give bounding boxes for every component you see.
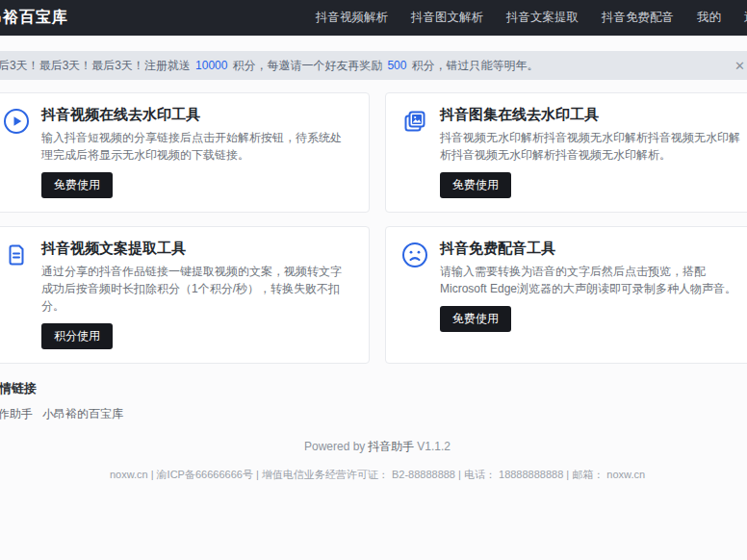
nav-item-text-extract[interactable]: 抖音文案提取	[506, 10, 579, 26]
card-description: 通过分享的抖音作品链接一键提取视频的文案，视频转文字成功后按音频时长扣除积分（1…	[41, 263, 351, 315]
friend-link-treasure-box[interactable]: 小昂裕的百宝库	[42, 406, 123, 422]
promo-points-10000: 10000	[195, 59, 227, 72]
free-use-button[interactable]: 免费使用	[41, 172, 113, 198]
card-video-watermark: 抖音视频在线去水印工具 输入抖音短视频的分享链接后点击开始解析按钮，待系统处理完…	[0, 92, 370, 213]
card-text-extract: 抖音视频文案提取工具 通过分享的抖音作品链接一键提取视频的文案，视频转文字成功后…	[0, 226, 370, 364]
play-circle-icon	[3, 106, 30, 198]
sad-face-icon	[401, 240, 428, 349]
promo-text-part3: 积分，错过只能等明年。	[411, 59, 538, 72]
card-title: 抖音图集在线去水印工具	[440, 106, 747, 124]
card-title: 抖音视频在线去水印工具	[41, 106, 351, 124]
card-image-watermark: 抖音图集在线去水印工具 抖音视频无水印解析抖音视频无水印解析抖音视频无水印解析抖…	[385, 92, 747, 213]
card-description: 抖音视频无水印解析抖音视频无水印解析抖音视频无水印解析抖音视频无水印解析抖音视频…	[440, 129, 747, 164]
tool-card-grid: 抖音视频在线去水印工具 输入抖音短视频的分享链接后点击开始解析按钮，待系统处理完…	[0, 92, 747, 364]
powered-by-line: Powered by抖音助手V1.1.2	[0, 439, 747, 455]
nav-item-free-dub[interactable]: 抖音免费配音	[602, 10, 674, 26]
points-use-button[interactable]: 积分使用	[41, 323, 113, 349]
main-nav: 抖音视频解析 抖音图文解析 抖音文案提取 抖音免费配音 我的 退出	[316, 10, 747, 26]
card-free-dub: 抖音免费配音工具 请输入需要转换为语音的文字后然后点击预览，搭配Microsof…	[385, 226, 747, 364]
free-use-button[interactable]: 免费使用	[440, 306, 511, 332]
free-use-button[interactable]: 免费使用	[440, 172, 511, 198]
top-header-bar: 昂裕百宝库 抖音视频解析 抖音图文解析 抖音文案提取 抖音免费配音 我的 退出	[0, 0, 747, 36]
powered-by-prefix: Powered by	[304, 440, 365, 453]
footer: 友情链接 创作助手 小昂裕的百宝库 Powered by抖音助手V1.1.2 n…	[0, 380, 747, 482]
friend-links: 创作助手 小昂裕的百宝库	[0, 406, 747, 422]
powered-by-app-link[interactable]: 抖音助手	[368, 440, 414, 453]
site-logo[interactable]: 昂裕百宝库	[0, 8, 68, 28]
card-description: 输入抖音短视频的分享链接后点击开始解析按钮，待系统处理完成后将显示无水印视频的下…	[41, 129, 351, 164]
promo-points-500: 500	[387, 59, 406, 72]
promo-text-part1: 最后3天！最后3天！最后3天！注册就送	[0, 59, 191, 72]
promo-text-part2: 积分，每邀请一个好友再奖励	[232, 59, 382, 72]
image-gallery-icon	[401, 106, 428, 198]
icp-record-line: noxw.cn | 渝ICP备66666666号 | 增值电信业务经营许可证： …	[0, 468, 747, 482]
promo-banner-text: 最后3天！最后3天！最后3天！注册就送10000积分，每邀请一个好友再奖励500…	[0, 58, 538, 74]
nav-item-image-parse[interactable]: 抖音图文解析	[411, 10, 483, 26]
card-title: 抖音免费配音工具	[440, 240, 747, 258]
friend-link-creator-helper[interactable]: 创作助手	[0, 406, 33, 422]
close-icon[interactable]: ✕	[734, 60, 745, 72]
powered-by-version: V1.1.2	[417, 440, 451, 453]
nav-item-mine[interactable]: 我的	[697, 10, 721, 26]
friend-links-title: 友情链接	[0, 380, 747, 397]
promo-banner: 最后3天！最后3天！最后3天！注册就送10000积分，每邀请一个好友再奖励500…	[0, 51, 747, 80]
card-description: 请输入需要转换为语音的文字后然后点击预览，搭配Microsoft Edge浏览器…	[440, 263, 747, 297]
card-title: 抖音视频文案提取工具	[41, 240, 351, 258]
nav-item-video-parse[interactable]: 抖音视频解析	[316, 10, 388, 26]
document-icon	[3, 240, 30, 349]
